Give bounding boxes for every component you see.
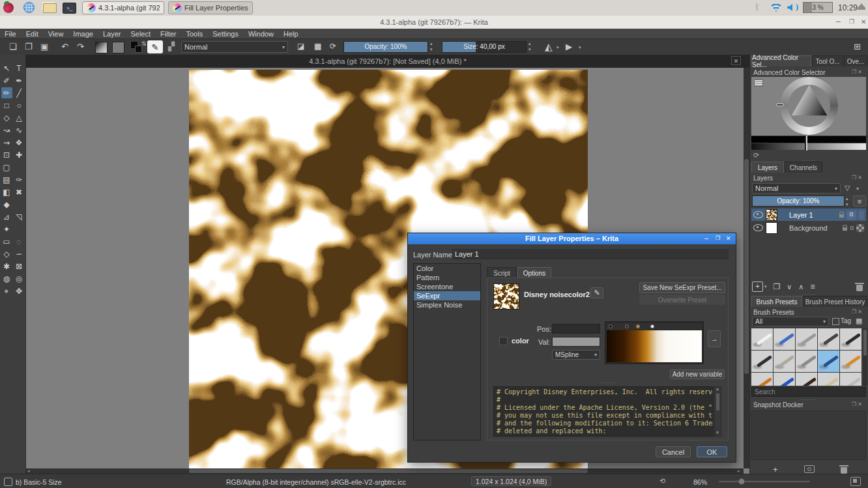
brush-preset[interactable]	[796, 373, 817, 386]
menu-view[interactable]: View	[48, 30, 64, 38]
brush-presets-grid-icon[interactable]: ▞	[168, 42, 175, 51]
tab-options[interactable]: Options	[517, 267, 551, 278]
minimize-button[interactable]: –	[836, 17, 841, 26]
pattern-chooser[interactable]	[112, 42, 124, 53]
tool-polygon-select[interactable]: ◇	[1, 248, 12, 259]
dialog-restore-icon[interactable]: ❐	[716, 235, 720, 241]
tool-fill[interactable]: ◆	[1, 199, 12, 210]
colorspace-label[interactable]: RGB/Alpha (8-bit integer/channel) sRGB-e…	[226, 478, 406, 486]
menu-select[interactable]: Select	[130, 30, 151, 38]
tool-transform[interactable]: ⊡	[1, 149, 12, 160]
value-gradient-bar[interactable]	[751, 143, 866, 150]
blending-mode-combo[interactable]: Normal ▾	[181, 41, 288, 53]
tab-overview[interactable]: Ove...	[844, 55, 867, 66]
ramp-marker[interactable]	[609, 324, 613, 328]
size-spin-up-icon[interactable]: ▴	[528, 41, 531, 46]
docker-float-close-icons[interactable]: ❐✕	[852, 309, 863, 315]
wrap-dropdown-icon[interactable]: ▾	[579, 45, 581, 50]
brush-preset[interactable]	[796, 328, 817, 350]
save-new-preset-button[interactable]: Save New SeExpr Preset...	[639, 282, 725, 293]
script-scrollbar[interactable]: ▲ ▼	[714, 386, 721, 437]
tool-move[interactable]: ✚	[14, 149, 25, 160]
tool-pan[interactable]: ✥	[14, 285, 25, 296]
delete-layer-icon[interactable]	[856, 285, 863, 291]
brush-grid-scrollbar[interactable]	[863, 328, 867, 386]
mdi-subwindow-titlebar[interactable]: 4.3.1-alpha (git 79267b7): [Not Saved] (…	[26, 55, 749, 68]
add-layer-dropdown-icon[interactable]: ▾	[764, 284, 767, 289]
tool-line[interactable]: ╱	[14, 87, 25, 98]
layer-properties-button[interactable]: ≡	[853, 195, 866, 207]
tag-checkbox[interactable]	[832, 318, 839, 325]
layer-thumbnail[interactable]	[766, 222, 777, 234]
brush-size-slider[interactable]: Size: 40,00 px	[442, 41, 527, 53]
layer-row-background[interactable]: Background α	[751, 222, 866, 234]
browser-globe-icon[interactable]	[23, 2, 35, 13]
docker-float-close-icons[interactable]: ❐✕	[852, 175, 863, 180]
tool-edit-shapes[interactable]: ✐	[1, 75, 12, 86]
brush-preset[interactable]	[796, 351, 817, 372]
opacity-spin-up-icon[interactable]: ▴	[430, 41, 433, 46]
layer-visibility-icon[interactable]	[753, 224, 763, 231]
reload-preset-icon[interactable]: ⟳	[330, 42, 336, 50]
vscrollbar-thumb[interactable]	[744, 159, 749, 374]
menu-settings[interactable]: Settings	[212, 30, 239, 38]
ramp-marker-strip[interactable]	[607, 323, 702, 330]
undo-icon[interactable]: ↶	[61, 42, 68, 51]
lock-icon[interactable]	[839, 214, 844, 218]
tab-script[interactable]: Script	[487, 267, 517, 278]
tab-brush-presets[interactable]: Brush Presets	[751, 296, 802, 307]
layer-blending-mode-combo[interactable]: Normal ▾	[752, 183, 841, 194]
tool-similar-select[interactable]: ✱	[1, 261, 12, 272]
layer-filter-funnel-icon[interactable]: ▽	[845, 184, 850, 192]
bluetooth-icon[interactable]: ᛒ	[755, 2, 760, 12]
snapshot-camera-icon[interactable]	[804, 465, 815, 473]
edit-preset-name-icon[interactable]: ✎	[590, 287, 603, 298]
hscrollbar-thumb[interactable]	[189, 469, 588, 473]
layer-name-input[interactable]: Layer 1	[452, 249, 729, 259]
generator-pattern[interactable]: Pattern	[414, 273, 480, 282]
generator-color[interactable]: Color	[414, 264, 480, 273]
move-layer-down-icon[interactable]: ∨	[787, 283, 792, 291]
tool-select-shapes[interactable]: ↖	[1, 63, 12, 74]
refresh-colors-icon[interactable]: ⟳	[753, 152, 759, 159]
brush-preset[interactable]	[818, 328, 839, 350]
gamut-warning-icon[interactable]: ⟲	[659, 478, 665, 485]
menu-file[interactable]: File	[5, 30, 16, 38]
tool-measure[interactable]: ⊿	[1, 211, 12, 222]
restore-button[interactable]: ❐	[849, 18, 854, 25]
alpha-lock-icon[interactable]: α	[846, 210, 856, 220]
mdi-close-icon[interactable]: ✕	[731, 56, 741, 65]
size-spin-down-icon[interactable]: ▾	[528, 47, 531, 51]
script-scrollbar-thumb[interactable]	[716, 394, 719, 410]
layer-row-edge-icon[interactable]	[859, 210, 864, 220]
edit-brush-settings-button[interactable]: ✎	[147, 40, 163, 53]
dialog-close-icon[interactable]: ✕	[726, 235, 731, 242]
duplicate-layer-icon[interactable]: ❐	[774, 283, 781, 291]
tool-bezier-curve[interactable]: ↝	[1, 124, 12, 136]
scroll-left-icon[interactable]: ◂	[27, 468, 30, 474]
brush-preset[interactable]	[840, 373, 861, 386]
layer-opacity-slider[interactable]: Opacity: 100%	[752, 195, 845, 207]
generator-simplex-noise[interactable]: Simplex Noise	[414, 300, 480, 309]
opacity-docker-spin-up[interactable]: ▴	[846, 196, 848, 201]
tool-polygon[interactable]: ◇	[1, 112, 12, 123]
tool-reference-images[interactable]: ✦	[1, 223, 12, 235]
hue-ring[interactable]	[780, 77, 838, 135]
alpha-lock-icon[interactable]: α	[850, 224, 854, 231]
color-wheel-panel[interactable]	[751, 77, 866, 136]
open-image-icon[interactable]: ❐	[25, 42, 33, 51]
docker-float-close-icons[interactable]: ❐✕	[852, 401, 863, 407]
snapshot-add-icon[interactable]: +	[773, 465, 778, 474]
menu-tools[interactable]: Tools	[186, 30, 203, 38]
memory-usage-button[interactable]: 1.024 x 1.024 (4,0 MiB)	[471, 476, 551, 486]
scroll-down-icon[interactable]: ▼	[716, 431, 719, 435]
cancel-button[interactable]: Cancel	[656, 446, 691, 457]
brush-preset[interactable]	[818, 373, 839, 386]
save-icon[interactable]: ▣	[40, 42, 48, 51]
tool-crop[interactable]: ▢	[1, 162, 12, 173]
brush-preset[interactable]	[751, 373, 773, 386]
tool-assistants[interactable]: ◹	[14, 211, 25, 222]
value-bar-cursor[interactable]	[805, 136, 807, 151]
color-selector-settings-icon[interactable]	[754, 79, 763, 87]
brush-search-input[interactable]: Search	[751, 387, 866, 397]
